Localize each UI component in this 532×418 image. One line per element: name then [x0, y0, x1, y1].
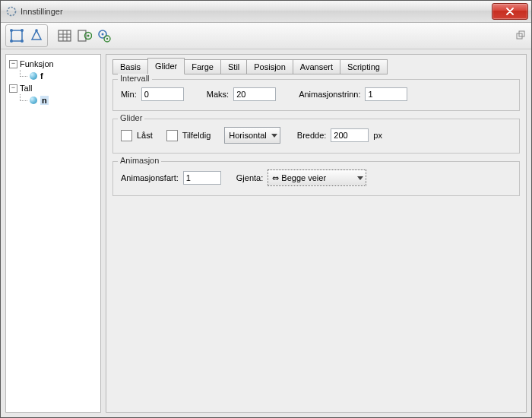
- glider-title: Glider: [118, 113, 144, 122]
- toolbar-advanced-button[interactable]: [95, 27, 113, 45]
- collapse-icon[interactable]: −: [9, 84, 17, 93]
- properties-panel: Basis Glider Farge Stil Posisjon Avanser…: [106, 54, 527, 413]
- tilfeldig-label: Tilfeldig: [182, 131, 211, 140]
- orientering-value: Horisontal: [229, 131, 267, 140]
- svg-point-18: [106, 38, 108, 40]
- intervall-title: Intervall: [118, 74, 152, 83]
- bredde-input[interactable]: [331, 128, 369, 142]
- trinn-input[interactable]: [365, 87, 407, 101]
- svg-point-0: [8, 8, 16, 16]
- tab-avansert[interactable]: Avansert: [293, 59, 340, 74]
- toolbar-objects-button[interactable]: [8, 27, 26, 45]
- tree-label: Tall: [20, 84, 33, 93]
- gjenta-label: Gjenta:: [236, 173, 263, 182]
- tree-node-n[interactable]: n: [8, 94, 99, 106]
- tab-glider[interactable]: Glider: [147, 58, 185, 74]
- svg-rect-1: [11, 30, 22, 41]
- svg-point-2: [10, 29, 13, 32]
- toolbar: [1, 23, 531, 49]
- chevron-down-icon: [357, 176, 363, 180]
- tab-scripting[interactable]: Scripting: [340, 59, 388, 74]
- app-icon: [5, 5, 17, 17]
- gjenta-value: ⇔ Begge veier: [272, 173, 326, 183]
- tree-node-funksjon[interactable]: − Funksjon: [8, 58, 99, 70]
- chevron-down-icon: [271, 134, 277, 138]
- gjenta-select[interactable]: ⇔ Begge veier: [268, 169, 366, 186]
- object-icon: [30, 97, 37, 104]
- tab-bar: Basis Glider Farge Stil Posisjon Avanser…: [112, 59, 520, 74]
- object-tree[interactable]: − Funksjon f − Tall n: [5, 54, 101, 413]
- tab-posisjon[interactable]: Posisjon: [246, 59, 293, 74]
- fart-input[interactable]: [183, 171, 221, 185]
- svg-point-5: [21, 40, 24, 43]
- laast-label: Låst: [137, 131, 153, 140]
- svg-point-16: [102, 33, 104, 36]
- animasjon-group: Animasjon Animasjonsfart: Gjenta: ⇔ Begg…: [112, 161, 520, 196]
- svg-point-4: [10, 40, 13, 43]
- svg-rect-7: [59, 30, 71, 41]
- tilfeldig-checkbox[interactable]: [166, 130, 178, 141]
- laast-checkbox[interactable]: [121, 130, 132, 141]
- object-icon: [30, 72, 37, 80]
- bredde-label: Bredde:: [297, 131, 327, 140]
- tree-label: n: [40, 96, 49, 105]
- glider-group: Glider Låst Tilfeldig Horisontal Bredde:…: [112, 119, 520, 154]
- tab-basis[interactable]: Basis: [112, 59, 148, 74]
- tree-label: f: [40, 71, 43, 81]
- min-input[interactable]: [141, 87, 184, 101]
- orientering-select[interactable]: Horisontal: [224, 127, 280, 144]
- bredde-unit: px: [373, 131, 382, 140]
- titlebar: Innstillinger: [1, 1, 531, 23]
- collapse-icon[interactable]: −: [9, 60, 17, 68]
- svg-point-14: [87, 35, 90, 37]
- tree-label: Funksjon: [20, 59, 54, 68]
- toolbar-defaults-button[interactable]: [75, 27, 93, 45]
- fart-label: Animasjonsfart:: [121, 173, 179, 182]
- tab-farge[interactable]: Farge: [184, 59, 221, 74]
- svg-point-6: [35, 29, 38, 32]
- tree-node-f[interactable]: f: [8, 70, 99, 82]
- min-label: Min:: [121, 90, 137, 99]
- intervall-group: Intervall Min: Maks: Animasjonstrinn:: [112, 79, 520, 111]
- toolbar-spreadsheet-button[interactable]: [55, 27, 74, 45]
- close-button[interactable]: [492, 3, 528, 20]
- svg-point-3: [21, 29, 24, 32]
- tab-stil[interactable]: Stil: [220, 59, 247, 74]
- animasjon-title: Animasjon: [118, 156, 161, 165]
- maks-input[interactable]: [233, 87, 276, 101]
- tree-node-tall[interactable]: − Tall: [8, 82, 99, 94]
- toolbar-type-button[interactable]: [27, 27, 46, 45]
- toolbar-detach-icon[interactable]: [516, 30, 527, 41]
- trinn-label: Animasjonstrinn:: [299, 90, 360, 99]
- window-title: Innstillinger: [21, 7, 63, 16]
- maks-label: Maks:: [207, 90, 229, 99]
